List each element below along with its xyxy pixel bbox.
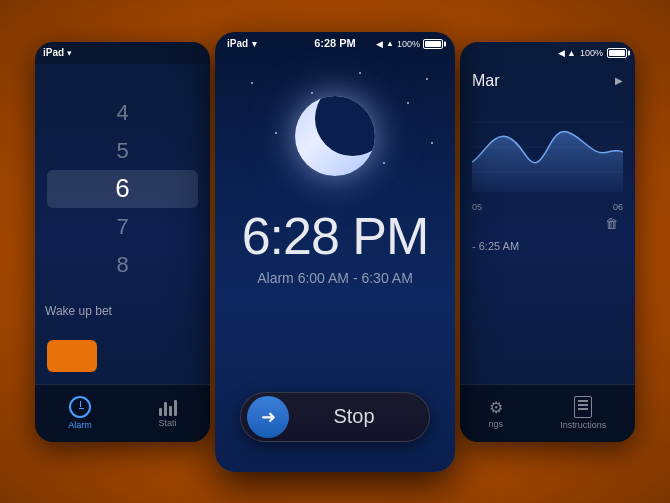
arrow-right-icon: ➜ <box>261 406 276 428</box>
picker-item-7[interactable]: 7 <box>47 208 198 246</box>
stop-arrow: ➜ <box>247 396 289 438</box>
center-device-label: iPad <box>227 38 248 49</box>
big-time: 6:28 PM <box>215 206 455 266</box>
trash-icon[interactable]: 🗑 <box>605 216 621 234</box>
wifi-icon: ▾ <box>67 48 72 58</box>
tab-settings-label: ngs <box>489 419 504 429</box>
alarm-time-right: - 6:25 AM <box>460 236 635 256</box>
picker-item-8[interactable]: 8 <box>47 246 198 284</box>
left-bottom-bar: Alarm Stati <box>35 384 210 442</box>
alarm-icon <box>69 396 91 418</box>
screen-right: ◀ ▲ 100% Mar ▶ <box>460 42 635 442</box>
stop-button-container: ➜ Stop <box>215 392 455 442</box>
gear-icon: ⚙ <box>489 398 503 417</box>
picker-item-4[interactable]: 4 <box>47 94 198 132</box>
signal-icon: ◀ <box>376 39 383 49</box>
alarm-info: Alarm 6:00 AM - 6:30 AM <box>215 270 455 286</box>
tab-alarm[interactable]: Alarm <box>68 396 92 430</box>
right-battery-pct: 100% <box>580 48 603 58</box>
screens-container: iPad ▾ 4 5 6 7 8 Wake up bet Alarm <box>35 22 635 482</box>
battery-pct-text: 100% <box>397 39 420 49</box>
month-nav: Mar ▶ <box>460 64 635 94</box>
right-status-bar: ◀ ▲ 100% <box>460 42 635 64</box>
center-status-bar: iPad ▾ 6:28 PM ◀ ▲ 100% <box>215 32 455 56</box>
left-status-bar: iPad ▾ <box>35 42 210 64</box>
chart-labels: 05 06 <box>460 200 635 214</box>
right-bottom-bar: ⚙ ngs Instructions <box>460 384 635 442</box>
tab-instructions[interactable]: Instructions <box>560 396 606 430</box>
center-wifi-icon: ▾ <box>252 39 257 49</box>
picker-item-6-selected[interactable]: 6 <box>47 170 198 208</box>
next-month-icon[interactable]: ▶ <box>615 75 623 86</box>
chart-area <box>472 102 623 192</box>
sleep-chart <box>472 102 623 192</box>
picker-item-5[interactable]: 5 <box>47 132 198 170</box>
chart-label-06: 06 <box>613 202 623 212</box>
tab-settings[interactable]: ⚙ ngs <box>489 398 504 429</box>
tab-stats-label: Stati <box>159 418 177 428</box>
center-status-left: iPad ▾ <box>227 38 257 49</box>
screen-center: iPad ▾ 6:28 PM ◀ ▲ 100% <box>215 32 455 472</box>
stop-label: Stop <box>289 405 429 428</box>
battery-fill <box>425 41 441 47</box>
right-battery-bar <box>607 48 627 58</box>
moon-container <box>215 96 455 176</box>
wake-up-text: Wake up bet <box>35 304 210 318</box>
time-display: 6:28 PM Alarm 6:00 AM - 6:30 AM <box>215 206 455 286</box>
center-status-time: 6:28 PM <box>314 37 356 49</box>
signal-bars: ▲ <box>386 39 394 48</box>
tab-instructions-label: Instructions <box>560 420 606 430</box>
delete-icon-row: 🗑 <box>460 214 635 236</box>
center-status-right: ◀ ▲ 100% <box>376 39 443 49</box>
chart-label-05: 05 <box>472 202 482 212</box>
month-label: Mar <box>472 72 500 90</box>
left-device-label: iPad <box>43 47 64 58</box>
book-icon <box>574 396 592 418</box>
tab-stats[interactable]: Stati <box>159 398 177 428</box>
moon <box>295 96 375 176</box>
screen-left: iPad ▾ 4 5 6 7 8 Wake up bet Alarm <box>35 42 210 442</box>
battery-bar <box>423 39 443 49</box>
moon-shape <box>295 96 375 176</box>
tab-alarm-label: Alarm <box>68 420 92 430</box>
stop-button[interactable]: ➜ Stop <box>240 392 430 442</box>
scroll-picker[interactable]: 4 5 6 7 8 <box>35 94 210 284</box>
right-battery-fill <box>609 50 625 56</box>
stats-icon <box>159 398 177 416</box>
right-signal-icon: ◀ ▲ <box>558 48 576 58</box>
